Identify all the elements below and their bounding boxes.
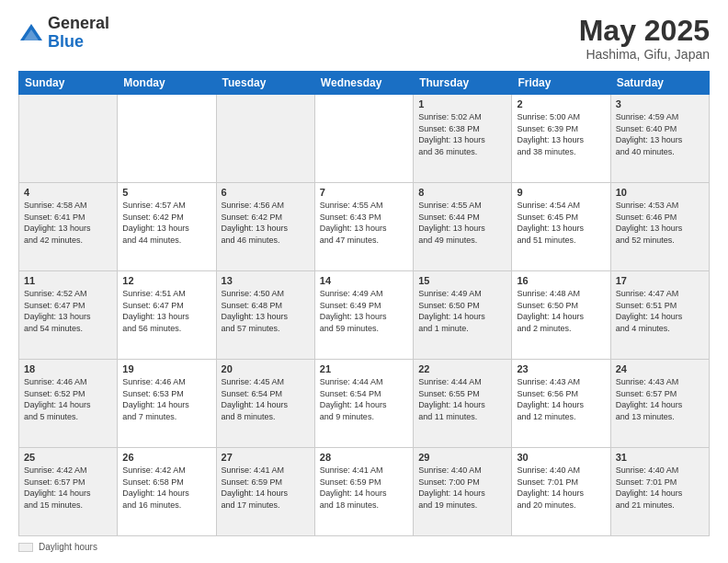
day-detail: Sunrise: 4:41 AM Sunset: 6:59 PM Dayligh…	[320, 465, 408, 511]
day-detail: Sunrise: 4:50 AM Sunset: 6:48 PM Dayligh…	[222, 288, 310, 334]
day-detail: Sunrise: 4:46 AM Sunset: 6:53 PM Dayligh…	[122, 376, 210, 422]
calendar-cell: 6Sunrise: 4:56 AM Sunset: 6:42 PM Daylig…	[216, 183, 314, 271]
calendar-day-header: Saturday	[610, 72, 709, 95]
calendar-cell: 2Sunrise: 5:00 AM Sunset: 6:39 PM Daylig…	[512, 95, 610, 183]
calendar-cell: 11Sunrise: 4:52 AM Sunset: 6:47 PM Dayli…	[19, 271, 118, 360]
day-detail: Sunrise: 4:49 AM Sunset: 6:49 PM Dayligh…	[320, 288, 408, 334]
calendar-cell: 9Sunrise: 4:54 AM Sunset: 6:45 PM Daylig…	[512, 183, 610, 271]
calendar-cell: 1Sunrise: 5:02 AM Sunset: 6:38 PM Daylig…	[414, 95, 512, 183]
calendar-cell: 10Sunrise: 4:53 AM Sunset: 6:46 PM Dayli…	[610, 183, 709, 271]
calendar-cell: 15Sunrise: 4:49 AM Sunset: 6:50 PM Dayli…	[414, 271, 512, 360]
day-detail: Sunrise: 4:51 AM Sunset: 6:47 PM Dayligh…	[122, 288, 210, 334]
day-detail: Sunrise: 4:52 AM Sunset: 6:47 PM Dayligh…	[24, 288, 112, 334]
calendar-cell: 24Sunrise: 4:43 AM Sunset: 6:57 PM Dayli…	[610, 360, 709, 448]
day-number: 5	[122, 187, 210, 198]
calendar-table: SundayMondayTuesdayWednesdayThursdayFrid…	[18, 71, 710, 536]
day-number: 12	[122, 275, 210, 286]
day-detail: Sunrise: 5:00 AM Sunset: 6:39 PM Dayligh…	[517, 111, 605, 157]
calendar-day-header: Sunday	[19, 72, 118, 95]
day-number: 25	[24, 452, 112, 463]
calendar-cell: 29Sunrise: 4:40 AM Sunset: 7:00 PM Dayli…	[414, 448, 512, 536]
calendar-cell: 12Sunrise: 4:51 AM Sunset: 6:47 PM Dayli…	[118, 271, 216, 360]
daylight-legend-label: Daylight hours	[39, 542, 97, 552]
day-detail: Sunrise: 4:49 AM Sunset: 6:50 PM Dayligh…	[418, 288, 506, 334]
calendar-cell: 28Sunrise: 4:41 AM Sunset: 6:59 PM Dayli…	[314, 448, 413, 536]
day-detail: Sunrise: 4:43 AM Sunset: 6:56 PM Dayligh…	[517, 376, 605, 422]
calendar-cell: 16Sunrise: 4:48 AM Sunset: 6:50 PM Dayli…	[512, 271, 610, 360]
calendar-cell	[19, 95, 118, 183]
calendar-week-row: 4Sunrise: 4:58 AM Sunset: 6:41 PM Daylig…	[19, 183, 710, 271]
calendar-cell: 8Sunrise: 4:55 AM Sunset: 6:44 PM Daylig…	[414, 183, 512, 271]
day-number: 11	[24, 275, 112, 286]
location: Hashima, Gifu, Japan	[579, 47, 710, 62]
calendar-day-header: Tuesday	[216, 72, 314, 95]
calendar-day-header: Thursday	[414, 72, 512, 95]
day-number: 2	[517, 98, 605, 109]
day-detail: Sunrise: 4:48 AM Sunset: 6:50 PM Dayligh…	[517, 288, 605, 334]
day-number: 1	[418, 98, 506, 109]
header: General Blue May 2025 Hashima, Gifu, Jap…	[18, 15, 710, 62]
calendar-week-row: 25Sunrise: 4:42 AM Sunset: 6:57 PM Dayli…	[19, 448, 710, 536]
calendar-cell: 25Sunrise: 4:42 AM Sunset: 6:57 PM Dayli…	[19, 448, 118, 536]
day-number: 31	[616, 452, 704, 463]
day-number: 14	[320, 275, 408, 286]
logo-text: General Blue	[48, 15, 109, 52]
day-detail: Sunrise: 4:40 AM Sunset: 7:00 PM Dayligh…	[418, 465, 506, 511]
calendar-cell	[118, 95, 216, 183]
day-detail: Sunrise: 4:44 AM Sunset: 6:55 PM Dayligh…	[418, 376, 506, 422]
day-detail: Sunrise: 4:44 AM Sunset: 6:54 PM Dayligh…	[320, 376, 408, 422]
calendar-cell: 27Sunrise: 4:41 AM Sunset: 6:59 PM Dayli…	[216, 448, 314, 536]
day-number: 19	[122, 363, 210, 374]
day-number: 21	[320, 363, 408, 374]
day-detail: Sunrise: 4:42 AM Sunset: 6:58 PM Dayligh…	[122, 465, 210, 511]
day-detail: Sunrise: 4:46 AM Sunset: 6:52 PM Dayligh…	[24, 376, 112, 422]
calendar-cell: 18Sunrise: 4:46 AM Sunset: 6:52 PM Dayli…	[19, 360, 118, 448]
calendar-cell: 19Sunrise: 4:46 AM Sunset: 6:53 PM Dayli…	[118, 360, 216, 448]
day-number: 30	[517, 452, 605, 463]
daylight-legend-box	[18, 543, 33, 552]
day-detail: Sunrise: 5:02 AM Sunset: 6:38 PM Dayligh…	[418, 111, 506, 157]
day-detail: Sunrise: 4:40 AM Sunset: 7:01 PM Dayligh…	[517, 465, 605, 511]
page: General Blue May 2025 Hashima, Gifu, Jap…	[0, 0, 728, 563]
day-detail: Sunrise: 4:55 AM Sunset: 6:43 PM Dayligh…	[320, 200, 408, 246]
day-number: 22	[418, 363, 506, 374]
day-number: 4	[24, 187, 112, 198]
day-number: 24	[616, 363, 704, 374]
calendar-cell: 4Sunrise: 4:58 AM Sunset: 6:41 PM Daylig…	[19, 183, 118, 271]
day-detail: Sunrise: 4:55 AM Sunset: 6:44 PM Dayligh…	[418, 200, 506, 246]
day-detail: Sunrise: 4:47 AM Sunset: 6:51 PM Dayligh…	[616, 288, 704, 334]
day-number: 7	[320, 187, 408, 198]
title-block: May 2025 Hashima, Gifu, Japan	[579, 15, 710, 62]
calendar-cell: 21Sunrise: 4:44 AM Sunset: 6:54 PM Dayli…	[314, 360, 413, 448]
day-detail: Sunrise: 4:42 AM Sunset: 6:57 PM Dayligh…	[24, 465, 112, 511]
calendar-day-header: Monday	[118, 72, 216, 95]
day-number: 3	[616, 98, 704, 109]
calendar-cell: 30Sunrise: 4:40 AM Sunset: 7:01 PM Dayli…	[512, 448, 610, 536]
day-number: 8	[418, 187, 506, 198]
footer: Daylight hours	[18, 542, 710, 552]
day-detail: Sunrise: 4:58 AM Sunset: 6:41 PM Dayligh…	[24, 200, 112, 246]
day-number: 20	[222, 363, 310, 374]
day-number: 9	[517, 187, 605, 198]
calendar-cell: 3Sunrise: 4:59 AM Sunset: 6:40 PM Daylig…	[610, 95, 709, 183]
calendar-week-row: 1Sunrise: 5:02 AM Sunset: 6:38 PM Daylig…	[19, 95, 710, 183]
day-number: 26	[122, 452, 210, 463]
day-detail: Sunrise: 4:41 AM Sunset: 6:59 PM Dayligh…	[222, 465, 310, 511]
day-detail: Sunrise: 4:54 AM Sunset: 6:45 PM Dayligh…	[517, 200, 605, 246]
day-detail: Sunrise: 4:57 AM Sunset: 6:42 PM Dayligh…	[122, 200, 210, 246]
day-number: 10	[616, 187, 704, 198]
day-detail: Sunrise: 4:40 AM Sunset: 7:01 PM Dayligh…	[616, 465, 704, 511]
calendar-cell: 22Sunrise: 4:44 AM Sunset: 6:55 PM Dayli…	[414, 360, 512, 448]
day-number: 18	[24, 363, 112, 374]
day-detail: Sunrise: 4:43 AM Sunset: 6:57 PM Dayligh…	[616, 376, 704, 422]
logo: General Blue	[18, 15, 109, 52]
day-detail: Sunrise: 4:56 AM Sunset: 6:42 PM Dayligh…	[222, 200, 310, 246]
calendar-week-row: 11Sunrise: 4:52 AM Sunset: 6:47 PM Dayli…	[19, 271, 710, 360]
calendar-cell: 26Sunrise: 4:42 AM Sunset: 6:58 PM Dayli…	[118, 448, 216, 536]
day-number: 16	[517, 275, 605, 286]
calendar-cell: 20Sunrise: 4:45 AM Sunset: 6:54 PM Dayli…	[216, 360, 314, 448]
calendar-header-row: SundayMondayTuesdayWednesdayThursdayFrid…	[19, 72, 710, 95]
month-title: May 2025	[579, 15, 710, 47]
calendar-cell	[216, 95, 314, 183]
day-number: 29	[418, 452, 506, 463]
